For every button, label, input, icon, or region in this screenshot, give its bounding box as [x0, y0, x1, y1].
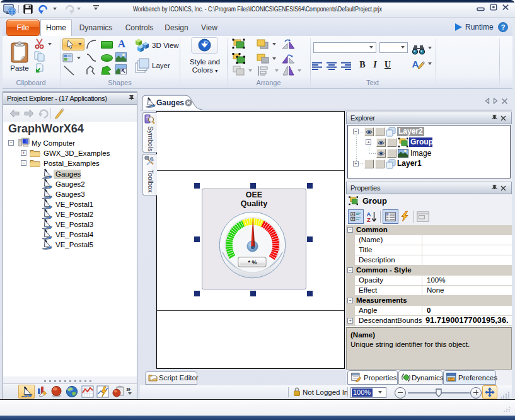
svg-text:* %: * % [248, 259, 257, 265]
svg-text:Z: Z [367, 216, 371, 223]
svg-text:A: A [412, 59, 419, 69]
svg-text:?: ? [501, 23, 506, 31]
